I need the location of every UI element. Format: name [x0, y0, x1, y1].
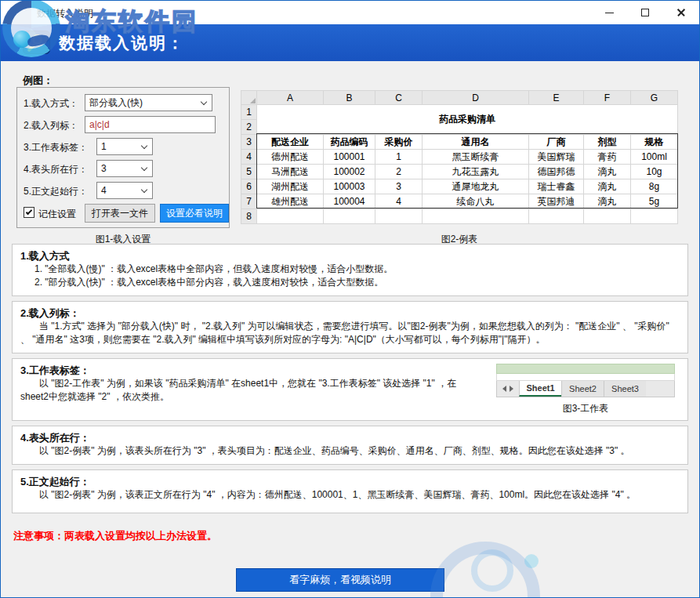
- row-header: 2: [241, 120, 257, 135]
- field-label-sheet-tab: 3.工作表标签：: [24, 141, 88, 154]
- header-cell: 通用名: [423, 135, 529, 150]
- empty-cell: [584, 209, 631, 224]
- data-cell: 8g: [631, 179, 678, 194]
- data-cell: 膏药: [584, 150, 631, 165]
- remember-settings-checkbox[interactable]: [24, 207, 34, 218]
- checkmark-icon: [26, 208, 32, 215]
- section-body: 以 "图2-工作表" 为例，如果该 "药品采购清单" 在sheet1中，您就在 …: [20, 377, 481, 404]
- data-cell: 100ml: [631, 150, 678, 165]
- column-letters-input[interactable]: [85, 116, 216, 133]
- window-title: 数据转入说明: [37, 7, 93, 20]
- video-help-button[interactable]: 看字麻烦，看视频说明: [236, 568, 444, 592]
- sheet-white-row: [496, 374, 675, 381]
- section-heading: 1.载入方式: [20, 249, 680, 263]
- empty-cell: [324, 209, 375, 224]
- example-label: 例图：: [23, 74, 53, 88]
- data-cell: 4: [375, 194, 423, 209]
- corner-triangle-icon: [250, 98, 256, 103]
- header-cell: 剂型: [584, 135, 631, 150]
- data-cell: 瑞士睿鑫: [529, 179, 584, 194]
- sheet-tab-select[interactable]: 1: [96, 138, 153, 155]
- data-cell: 黑玉断续膏: [423, 150, 529, 165]
- page-header: 数据载入说明：: [1, 24, 699, 61]
- field-label-body-start-row: 5.正文起始行：: [24, 185, 88, 198]
- data-cell: 100003: [324, 179, 375, 194]
- row-header: 7: [241, 194, 257, 209]
- arrow-right-icon: [510, 386, 513, 392]
- sheet-tab: Sheet3: [604, 381, 646, 397]
- close-button[interactable]: [663, 1, 699, 24]
- data-cell: 100004: [324, 194, 375, 209]
- section-line: 1. "全部载入(慢)" ：载入excel表格中全部内容，但载入速度相对较慢，适…: [34, 263, 680, 276]
- data-cell: 德州配送: [257, 150, 324, 165]
- section-body: 以 "图2-例表" 为例，该表正文所在行为 "4" ，内容为：德州配送、1000…: [20, 488, 680, 502]
- chevron-down-icon: [141, 143, 147, 149]
- data-cell: 100001: [324, 150, 375, 165]
- sheet-green-row: [496, 364, 675, 374]
- data-cell: 1: [375, 150, 423, 165]
- header-cell: 药品编码: [324, 135, 375, 150]
- chevron-down-icon: [141, 165, 147, 171]
- row-header: 3: [241, 135, 257, 150]
- data-cell: 5g: [631, 194, 678, 209]
- magnifier-icon: [23, 31, 50, 54]
- page-title: 数据载入说明：: [59, 32, 185, 54]
- body-start-row-value: 4: [101, 185, 107, 196]
- open-file-button[interactable]: 打开表一文件: [85, 204, 155, 223]
- section-line: 2. "部分载入(快)" ：载入excel表格中部分内容，载入速度相对较快，适合…: [34, 276, 680, 289]
- data-cell: 通犀地龙丸: [423, 179, 529, 194]
- empty-cell: [423, 209, 529, 224]
- header-cell: 厂商: [529, 135, 584, 150]
- minimize-button[interactable]: [591, 1, 627, 24]
- settings-help-button[interactable]: 设置必看说明: [160, 204, 229, 223]
- data-cell: 英国邦迪: [529, 194, 584, 209]
- figure3-caption: 图3-工作表: [496, 402, 675, 415]
- section-heading: 5.正文起始行：: [20, 475, 680, 488]
- chevron-down-icon: [141, 187, 147, 193]
- sheet-tabs-figure: Sheet1 Sheet2 Sheet3 图3-工作表: [496, 364, 675, 415]
- arrow-left-icon: [502, 386, 506, 392]
- column-header: F: [584, 91, 631, 105]
- row-header: 6: [241, 179, 257, 194]
- section-column-letters: 2.载入列标： 当 "1.方式" 选择为 "部分载入(快)" 时， "2.载入列…: [12, 301, 688, 353]
- select-all-corner: [241, 91, 257, 105]
- content-area: 例图： 1.载入方式： 部分载入(快) 2.载入列标： 3.工作表标签： 1 4…: [1, 61, 699, 597]
- header-row-select[interactable]: 3: [96, 160, 153, 177]
- maximize-button[interactable]: [627, 1, 663, 24]
- column-header: G: [631, 91, 678, 105]
- sheet-tab-bar: Sheet1 Sheet2 Sheet3: [496, 381, 675, 397]
- data-cell: 湖州配送: [257, 179, 324, 194]
- example-spreadsheet: A B C D E F G 1 药品采购清单 2 3 配送企业: [241, 90, 678, 224]
- empty-cell: [375, 209, 423, 224]
- header-row-value: 3: [101, 163, 107, 174]
- header-cell: 配送企业: [257, 135, 324, 150]
- instruction-sections: 1.载入方式 1. "全部载入(慢)" ：载入excel表格中全部内容，但载入速…: [12, 244, 688, 592]
- column-header: A: [257, 91, 324, 105]
- section-header-row: 4.表头所在行： 以 "图2-例表" 为例，该表头所在行为 "3" ，表头项目为…: [12, 426, 688, 465]
- section-heading: 4.表头所在行：: [20, 431, 680, 444]
- data-cell: 100002: [324, 165, 375, 179]
- data-cell: 美国辉瑞: [529, 150, 584, 165]
- section-load-mode: 1.载入方式 1. "全部载入(慢)" ：载入excel表格中全部内容，但载入速…: [12, 244, 688, 296]
- maximize-icon: [641, 9, 649, 16]
- field-label-header-row: 4.表头所在行：: [24, 163, 88, 176]
- column-header: D: [423, 91, 529, 105]
- section-body: 当 "1.方式" 选择为 "部分载入(快)" 时， "2.载入列" 为可以编辑状…: [20, 320, 680, 346]
- row-header: 5: [241, 165, 257, 179]
- data-cell: 滴丸: [584, 179, 631, 194]
- data-cell: 10g: [631, 165, 678, 179]
- load-mode-select[interactable]: 部分载入(快): [85, 94, 212, 111]
- empty-cell: [529, 209, 584, 224]
- titlebar: 数据转入说明: [1, 1, 699, 24]
- row-header: 1: [241, 105, 257, 120]
- data-cell: 续命八丸: [423, 194, 529, 209]
- header-cell: 采购价: [375, 135, 423, 150]
- sheet-tab-value: 1: [101, 141, 107, 152]
- body-start-row-select[interactable]: 4: [96, 182, 153, 199]
- field-label-column-letters: 2.载入列标：: [24, 119, 78, 132]
- data-cell: 雄州配送: [257, 194, 324, 209]
- empty-cell: [257, 209, 324, 224]
- data-cell: 马洲配送: [257, 165, 324, 179]
- notice-text: 注意事项：两表载入设置均按以上办法设置。: [13, 529, 688, 543]
- data-cell: 2: [375, 165, 423, 179]
